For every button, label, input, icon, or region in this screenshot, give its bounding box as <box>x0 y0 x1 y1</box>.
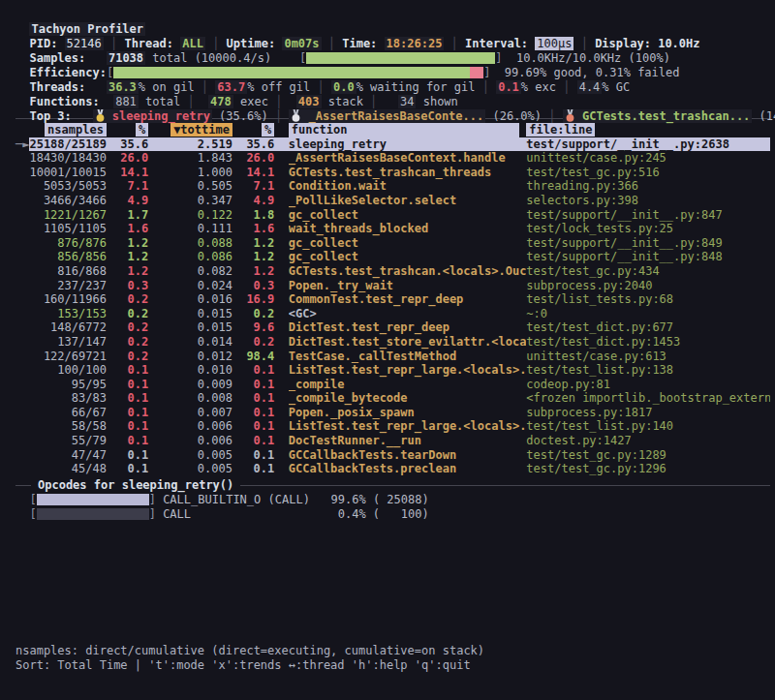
table-row[interactable]: 3466/34664.90.3474.9_PollLikeSelector.se… <box>16 194 770 208</box>
column-header-cumulative-pct[interactable]: % <box>262 123 274 137</box>
functions-exec-suffix: exec <box>233 95 268 108</box>
top3-item-3[interactable]: GCTests.test_trashcan... <box>563 109 753 123</box>
top3-pct-3: (14.1%) <box>752 109 775 123</box>
row-gutter <box>16 434 29 448</box>
app-title: Tachyon Profiler <box>29 22 145 36</box>
threads-waiting-value: 0.0 <box>331 80 356 94</box>
table-row[interactable]: 18430/1843026.01.84326.0_AssertRaisesBas… <box>16 151 770 166</box>
table-row[interactable]: 66/670.10.0070.1Popen._posix_spawnsubpro… <box>16 406 770 420</box>
row-gutter <box>16 363 29 378</box>
cumulative-pct-cell: 7.1 <box>232 179 274 194</box>
threads-off-gil-value: 63.7 <box>215 80 247 94</box>
function-cell: wait_threads_blocked <box>289 222 527 236</box>
cumulative-pct-cell: 1.2 <box>232 264 274 279</box>
column-header-nsamples[interactable]: nsamples <box>45 123 107 137</box>
table-row[interactable]: 148/67720.20.0159.6DictTest.test_repr_de… <box>16 320 770 335</box>
row-gutter <box>16 194 29 208</box>
table-row[interactable]: 856/8561.20.0861.2gc_collecttest/support… <box>16 250 770 264</box>
table-row[interactable]: 153/1530.20.0150.2<GC>~:0 <box>16 307 770 321</box>
table-row[interactable]: 58/580.10.0060.1ListTest.test_repr_large… <box>16 419 770 434</box>
row-gutter <box>16 448 29 463</box>
cumulative-pct-cell: 14.1 <box>232 166 274 180</box>
table-row[interactable]: 816/8681.20.0821.2GCTests.test_trashcan.… <box>16 264 770 279</box>
function-cell: _compile_bytecode <box>289 391 527 406</box>
table-row[interactable]: 122/697210.20.01298.4TestCase._callTestM… <box>16 350 770 364</box>
tottime-cell: 0.007 <box>148 406 232 420</box>
tottime-cell: 0.082 <box>148 264 232 279</box>
file-line-cell: test/test_dict.py:677 <box>526 320 770 335</box>
threads-gc-suffix: % GC <box>602 80 630 94</box>
display-label: Display: <box>595 37 651 50</box>
table-row[interactable]: 237/2370.30.0240.3Popen._try_waitsubproc… <box>16 279 770 293</box>
functions-total-value: 881 <box>113 95 139 108</box>
threads-off-gil-suffix: % off gil <box>247 80 310 94</box>
column-header-file-line[interactable]: file:line <box>526 123 595 137</box>
bronze-medal-icon <box>565 109 575 122</box>
functions-label: Functions: <box>29 95 99 108</box>
nsamples-cell: 18430/18430 <box>29 151 106 166</box>
file-line-cell: doctest.py:1427 <box>526 434 770 448</box>
cumulative-pct-cell: 0.2 <box>232 307 274 321</box>
cell-gap <box>274 279 288 293</box>
table-row[interactable]: 160/119660.20.01616.9CommonTest.test_rep… <box>16 292 770 307</box>
row-gutter <box>16 320 29 335</box>
gold-medal-icon <box>95 109 106 122</box>
function-table-body: ─►25188/2518935.62.51935.6sleeping_retry… <box>16 137 770 476</box>
table-row[interactable]: 1105/11051.60.1111.6wait_threads_blocked… <box>16 222 770 236</box>
tottime-cell: 0.005 <box>148 448 232 463</box>
row-gutter <box>16 236 29 251</box>
threads-label: Threads: <box>29 80 85 94</box>
samples-total: 71038 <box>107 51 145 65</box>
thread-value[interactable]: ALL <box>180 37 205 50</box>
tottime-cell: 0.012 <box>148 350 232 364</box>
function-cell: ListTest.test_repr_large.<locals>.c... <box>289 363 527 378</box>
table-row[interactable]: 10001/1001514.11.00014.1GCTests.test_tra… <box>16 166 770 180</box>
top3-name-1: sleeping_retry <box>112 109 210 123</box>
column-header-direct-pct[interactable]: % <box>136 123 148 137</box>
opcode-percentage: 99.6% ( 25088) <box>331 493 429 507</box>
table-row[interactable]: 47/470.10.0050.1GCCallbackTests.tearDown… <box>16 448 770 463</box>
table-row[interactable]: 55/790.10.0060.1DocTestRunner.__rundocte… <box>16 434 770 448</box>
cumulative-pct-cell: 1.6 <box>232 222 274 236</box>
nsamples-cell: 10001/10015 <box>29 166 106 180</box>
cell-gap <box>274 208 288 223</box>
nsamples-cell: 237/237 <box>29 279 106 293</box>
top3-item-1[interactable]: sleeping_retry <box>93 109 212 123</box>
column-header-tottime-sorted[interactable]: ▼tottime <box>170 123 232 137</box>
opcode-bar <box>37 508 149 520</box>
cumulative-pct-cell: 0.3 <box>232 279 274 293</box>
function-cell: Popen._try_wait <box>289 279 527 293</box>
table-row[interactable]: 876/8761.20.0881.2gc_collecttest/support… <box>16 236 770 251</box>
nsamples-cell: 58/58 <box>29 419 106 434</box>
tottime-cell: 0.088 <box>148 236 232 251</box>
nsamples-cell: 95/95 <box>29 378 106 392</box>
cell-gap <box>274 222 288 236</box>
row-gutter <box>16 378 29 392</box>
top3-item-2[interactable]: _AssertRaisesBaseConte... <box>289 109 485 123</box>
direct-pct-cell: 35.6 <box>107 137 148 152</box>
threads-exc-suffix: % exc <box>521 80 556 94</box>
table-row[interactable]: 100/1000.10.0100.1ListTest.test_repr_lar… <box>16 363 770 378</box>
direct-pct-cell: 0.1 <box>107 363 148 378</box>
top3-name-3: GCTests.test_trashcan... <box>582 109 750 123</box>
table-row[interactable]: ─►25188/2518935.62.51935.6sleeping_retry… <box>16 137 770 152</box>
table-row[interactable]: 45/480.10.0050.1GCCallbackTests.preclean… <box>16 462 770 476</box>
row-gutter <box>16 264 29 279</box>
table-row[interactable]: 95/950.10.0090.1_compilecodeop.py:81 <box>16 378 770 392</box>
tottime-cell: 0.016 <box>148 292 232 307</box>
tottime-cell: 0.008 <box>148 391 232 406</box>
file-line-cell: test/support/__init__.py:849 <box>526 236 770 251</box>
time-value: 18:26:25 <box>385 37 445 50</box>
column-header-function[interactable]: function <box>289 123 519 137</box>
file-line-cell: test/test_gc.py:1289 <box>526 448 770 463</box>
table-row[interactable]: 83/830.10.0080.1_compile_bytecode<frozen… <box>16 391 770 406</box>
table-row[interactable]: 5053/50537.10.5057.1Condition.waitthread… <box>16 179 770 194</box>
function-cell: gc_collect <box>289 208 527 223</box>
footer: nsamples: direct/cumulative (direct=exec… <box>16 644 770 673</box>
cell-gap <box>274 462 288 476</box>
table-row[interactable]: 137/1470.20.0140.2DictTest.test_store_ev… <box>16 335 770 350</box>
table-row[interactable]: 1221/12671.70.1221.8gc_collecttest/suppo… <box>16 208 770 223</box>
direct-pct-cell: 26.0 <box>107 151 148 166</box>
function-cell: ListTest.test_repr_large.<locals>.c... <box>289 419 527 434</box>
row-gutter <box>16 151 29 166</box>
